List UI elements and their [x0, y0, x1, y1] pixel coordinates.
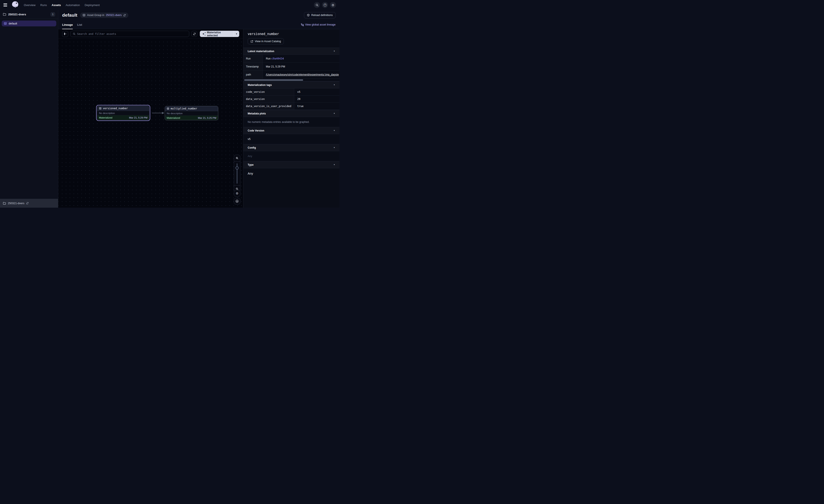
- footer-location-name: 250321-dvers: [8, 202, 24, 205]
- chevron-down-icon: ▾: [236, 32, 237, 35]
- badge-location-link[interactable]: 250321-dvers: [106, 14, 122, 17]
- section-title: Latest materialization: [248, 50, 274, 53]
- materialize-label: Materialize selected: [207, 31, 231, 37]
- panel-asset-title: versioned_number: [248, 32, 335, 36]
- search-input[interactable]: [77, 32, 187, 35]
- badge-sync-button[interactable]: [123, 14, 126, 17]
- row-label-run: Run: [243, 55, 263, 63]
- main-nav: Overview Runs Assets Automation Deployme…: [24, 3, 100, 7]
- tag-key: data_version_is_user_provided: [243, 103, 294, 110]
- asset-node-multiplied-number[interactable]: multiplied_number No description Materia…: [165, 106, 218, 120]
- help-button[interactable]: ?: [322, 2, 328, 8]
- materialized-status: Materialized: [99, 116, 112, 119]
- zoom-slider[interactable]: [234, 161, 240, 185]
- code-version-value: v5: [243, 134, 339, 144]
- tag-value: 20: [294, 96, 339, 103]
- materialized-timestamp: Mar 21, 5:29 PM: [129, 116, 147, 119]
- row-label-path: path: [243, 71, 263, 79]
- tag-value: true: [294, 103, 339, 110]
- asset-node-name: multiplied_number: [171, 107, 197, 110]
- nav-runs[interactable]: Runs: [40, 3, 47, 7]
- gear-icon: ⚙: [236, 192, 238, 195]
- asset-node-description: No description: [97, 111, 149, 115]
- materialized-timestamp: Mar 21, 5:25 PM: [198, 117, 216, 119]
- asset-detail-panel: versioned_number View in Asset Catalog L…: [243, 29, 339, 208]
- materialization-tags-table: code_version v5 data_version 20 data_ver…: [243, 89, 339, 110]
- settings-button[interactable]: ⚙: [330, 2, 336, 8]
- reload-definitions-button[interactable]: Reload definitions: [304, 12, 335, 18]
- row-value-timestamp: Mar 21, 5:29 PM: [263, 63, 339, 71]
- lineage-graph-icon: [301, 23, 304, 26]
- tag-key: data_version: [243, 96, 294, 103]
- materialize-button[interactable]: ✶✶✶ Materialize selected: [200, 31, 234, 37]
- run-id-link[interactable]: c9a40434: [271, 57, 284, 60]
- scrollbar-thumb[interactable]: [244, 80, 303, 81]
- lineage-canvas[interactable]: versioned_number No description Material…: [58, 39, 243, 208]
- sidebar-footer: 250321-dvers: [0, 199, 58, 208]
- expand-panel-button[interactable]: [62, 31, 68, 37]
- search-icon: [315, 3, 319, 7]
- lineage-view: ✶✶✶ Materialize selected ▾: [58, 29, 243, 208]
- nav-assets[interactable]: Assets: [52, 3, 61, 7]
- page-header: default Asset Group in 250321-dvers Relo…: [58, 10, 339, 20]
- nav-deployment[interactable]: Deployment: [85, 3, 100, 7]
- row-value-path: /Users/smackesey/stm/code/elementl/exper…: [263, 71, 339, 79]
- section-config[interactable]: Config ▼: [243, 144, 339, 151]
- hamburger-menu-icon[interactable]: [3, 2, 9, 8]
- section-metadata-plots[interactable]: Metadata plots ▼: [243, 110, 339, 117]
- lineage-edge-arrow: [152, 112, 165, 114]
- zoom-slider-thumb[interactable]: [235, 166, 239, 169]
- sync-icon: [123, 14, 126, 17]
- sync-icon: [26, 202, 29, 205]
- reload-cube-icon: [307, 14, 310, 17]
- row-label-timestamp: Timestamp: [243, 63, 263, 71]
- folder-icon: [3, 13, 6, 16]
- graph-settings-button[interactable]: ⚙: [234, 190, 240, 197]
- table-icon: [167, 107, 169, 110]
- reload-definitions-label: Reload definitions: [311, 14, 333, 17]
- zoom-out-icon: [235, 187, 238, 191]
- config-value: Any: [243, 151, 339, 161]
- section-title: Type: [248, 163, 253, 166]
- download-graph-button[interactable]: [234, 198, 240, 205]
- section-title: Materialization tags: [248, 84, 272, 87]
- view-global-asset-lineage-link[interactable]: View global asset lineage: [301, 20, 335, 29]
- sidebar-item-label: default: [9, 22, 17, 25]
- refresh-icon: [193, 32, 196, 35]
- search-icon: [73, 32, 76, 35]
- sidebar-code-location-row[interactable]: 250321-dvers 1: [0, 10, 58, 19]
- dagster-logo[interactable]: [11, 1, 19, 9]
- asset-sidebar: 250321-dvers 1 default 250321-dvers: [0, 10, 58, 208]
- chevron-down-icon: ▼: [333, 50, 335, 52]
- materialize-options-button[interactable]: ▾: [234, 31, 239, 37]
- page-title: default: [62, 13, 77, 18]
- tab-list[interactable]: List: [77, 20, 82, 29]
- search-button[interactable]: [314, 2, 320, 8]
- asset-node-versioned-number[interactable]: versioned_number No description Material…: [96, 105, 150, 121]
- reload-location-button[interactable]: [26, 202, 29, 205]
- section-code-version[interactable]: Code Version ▼: [243, 127, 339, 134]
- section-materialization-tags[interactable]: Materialization tags ▼: [243, 81, 339, 89]
- run-prefix: Run: [266, 57, 271, 60]
- view-in-asset-catalog-button[interactable]: View in Asset Catalog: [248, 38, 284, 44]
- section-title: Config: [248, 146, 256, 149]
- path-link[interactable]: /Users/smackesey/stm/code/elementl/exper…: [266, 73, 339, 76]
- gear-icon: ⚙: [331, 3, 334, 7]
- nav-overview[interactable]: Overview: [24, 3, 35, 7]
- folder-icon: [3, 202, 6, 205]
- section-latest-materialization[interactable]: Latest materialization ▼: [243, 47, 339, 55]
- asset-node-name: versioned_number: [103, 107, 128, 110]
- help-icon: ?: [323, 3, 327, 7]
- tab-lineage[interactable]: Lineage: [62, 20, 73, 29]
- type-value: Any: [243, 168, 339, 179]
- chevron-down-icon: ▼: [333, 130, 335, 132]
- badge-prefix: Asset Group in: [87, 14, 104, 17]
- zoom-in-button[interactable]: [234, 155, 240, 161]
- nav-automation[interactable]: Automation: [66, 3, 80, 7]
- sidebar-item-default[interactable]: default: [2, 20, 56, 26]
- section-type[interactable]: Type ▼: [243, 161, 339, 168]
- asset-search-box: [70, 31, 189, 37]
- refresh-graph-button[interactable]: [191, 31, 197, 37]
- tag-value: v5: [294, 89, 339, 96]
- zoom-controls: [234, 155, 240, 192]
